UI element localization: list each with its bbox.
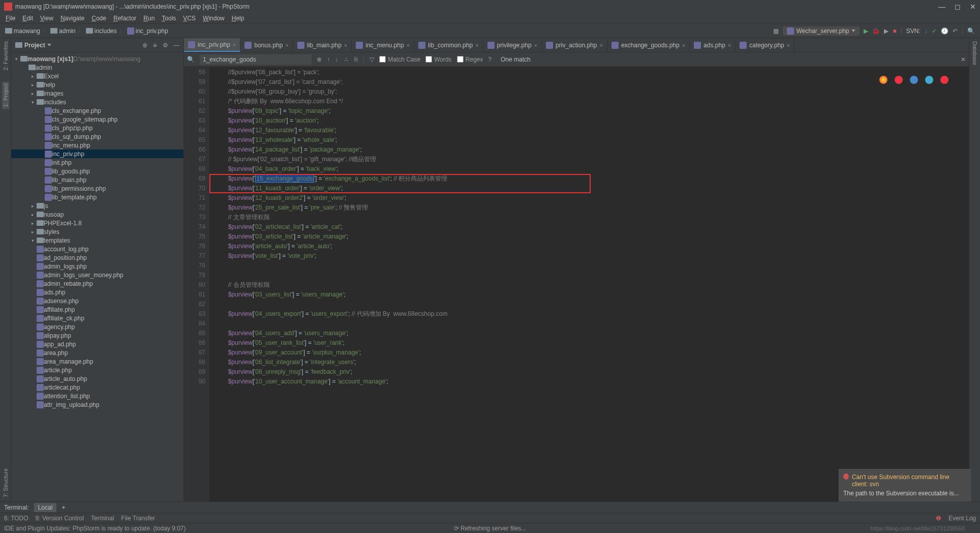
tree-item[interactable]: ▸ PHPExcel-1.8 bbox=[11, 219, 183, 227]
tree-item[interactable]: inc_menu.php bbox=[11, 141, 183, 150]
firefox-icon[interactable] bbox=[895, 76, 903, 84]
tree-item[interactable]: attr_img_upload.php bbox=[11, 400, 183, 409]
run-icon[interactable]: ▶ bbox=[864, 27, 868, 35]
tree-item[interactable]: ads.php bbox=[11, 288, 183, 297]
tree-item[interactable]: affiliate_ck.php bbox=[11, 314, 183, 322]
tree-item[interactable]: adsense.php bbox=[11, 297, 183, 305]
tree-item[interactable]: admin_logs.php bbox=[11, 262, 183, 271]
menu-window[interactable]: Window bbox=[199, 14, 228, 23]
menu-run[interactable]: Run bbox=[140, 14, 158, 23]
tree-item[interactable]: area_manage.php bbox=[11, 357, 183, 366]
tree-item[interactable]: lib_template.php bbox=[11, 193, 183, 201]
tree-item[interactable]: lib_goods.php bbox=[11, 167, 183, 175]
add-terminal-icon[interactable]: + bbox=[62, 504, 65, 511]
code-line-82[interactable] bbox=[215, 300, 969, 309]
minimize-button[interactable]: — bbox=[938, 3, 945, 11]
add-selection-icon[interactable]: ⎘ bbox=[354, 56, 358, 63]
prev-match-icon[interactable]: ↑ bbox=[327, 56, 330, 63]
revert-icon[interactable]: ↶ bbox=[953, 27, 958, 35]
code-line-87[interactable]: $purview['09_user_account'] = 'surplus_m… bbox=[215, 348, 969, 358]
code-line-71[interactable]: $purview['12_kuaidi_order2'] = 'order_vi… bbox=[215, 193, 969, 203]
code-line-76[interactable]: $purview['article_auto'] = 'article_auto… bbox=[215, 242, 969, 251]
code-line-89[interactable]: $purview['08_unreply_msg'] = 'feedback_p… bbox=[215, 367, 969, 377]
code-line-62[interactable]: $purview['09_topic'] = 'topic_manage'; bbox=[215, 106, 969, 116]
tree-item[interactable]: ▸ styles bbox=[11, 227, 183, 236]
code-line-58[interactable]: //$purview['06_pack_list'] = 'pack'; bbox=[215, 68, 969, 77]
close-tab-icon[interactable]: × bbox=[233, 42, 236, 48]
tree-item[interactable]: articlecat.php bbox=[11, 383, 183, 392]
code-line-63[interactable]: $purview['10_auction'] = 'auction'; bbox=[215, 116, 969, 126]
tree-item[interactable]: ▸ images bbox=[11, 89, 183, 98]
tab-bonus.php[interactable]: bonus.php× bbox=[240, 38, 293, 52]
crumb-1[interactable]: admin bbox=[50, 27, 76, 35]
hide-icon[interactable]: — bbox=[173, 42, 179, 49]
tab-privilege.php[interactable]: privilege.php× bbox=[483, 38, 542, 52]
regex-help-icon[interactable]: ? bbox=[488, 56, 492, 63]
file-transfer-tool[interactable]: File Transfer bbox=[121, 515, 155, 522]
tab-inc_menu.php[interactable]: inc_menu.php× bbox=[352, 38, 414, 52]
tree-item[interactable]: admin_logs_user_money.php bbox=[11, 271, 183, 279]
code-line-65[interactable]: $purview['13_wholesale'] = 'whole_sale'; bbox=[215, 135, 969, 145]
code-line-68[interactable]: $purview['04_back_order'] = 'back_view'; bbox=[215, 164, 969, 174]
tree-item[interactable]: lib_permissions.php bbox=[11, 184, 183, 193]
menu-file[interactable]: File bbox=[2, 14, 19, 23]
tree-item[interactable]: admin_rebate.php bbox=[11, 279, 183, 288]
rail-favorites[interactable]: 2: Favorites bbox=[3, 41, 9, 70]
chevron-down-icon[interactable] bbox=[47, 44, 51, 46]
history-icon[interactable]: 🕗 bbox=[941, 27, 948, 35]
code-line-70[interactable]: $purview['11_kuaidi_order'] = 'order_vie… bbox=[215, 184, 969, 193]
opera-icon[interactable] bbox=[940, 76, 948, 84]
tree-item[interactable]: account_log.php bbox=[11, 245, 183, 253]
tab-lib_common.php[interactable]: lib_common.php× bbox=[414, 38, 483, 52]
tree-item[interactable]: ▾ templates bbox=[11, 236, 183, 245]
tree-item[interactable]: lib_main.php bbox=[11, 175, 183, 184]
filter-icon[interactable]: ▽ bbox=[370, 56, 374, 63]
rail-structure[interactable]: 7: Structure bbox=[3, 468, 9, 497]
code-line-64[interactable]: $purview['12_favourable'] = 'favourable'… bbox=[215, 126, 969, 135]
close-tab-icon[interactable]: × bbox=[475, 42, 478, 48]
code-area[interactable]: 5859606162636465666768697071727374757677… bbox=[184, 67, 969, 501]
vcs-tool[interactable]: 9: Version Control bbox=[36, 515, 84, 522]
run-config-selector[interactable]: Wechar_server.php bbox=[783, 26, 860, 36]
code-lines[interactable]: //$purview['06_pack_list'] = 'pack'; //$… bbox=[209, 67, 969, 501]
code-line-60[interactable]: //$purview['08_group_buy'] = 'group_by'; bbox=[215, 87, 969, 97]
close-button[interactable]: ✕ bbox=[970, 3, 976, 11]
close-tab-icon[interactable]: × bbox=[787, 42, 790, 48]
commit-icon[interactable]: ✓ bbox=[932, 27, 937, 35]
close-find-icon[interactable]: ✕ bbox=[961, 56, 966, 63]
terminal-tool[interactable]: Terminal bbox=[91, 515, 114, 522]
rail-database[interactable]: Database bbox=[972, 41, 978, 65]
chrome-icon[interactable] bbox=[879, 76, 887, 84]
tree-item[interactable]: ▸ js bbox=[11, 201, 183, 210]
build-icon[interactable]: ▦ bbox=[773, 27, 779, 35]
code-line-83[interactable]: $purview['04_users_export'] = 'users_exp… bbox=[215, 309, 969, 319]
match-case-checkbox[interactable]: Match Case bbox=[379, 56, 420, 63]
tree-item[interactable]: cls_phpzip.php bbox=[11, 124, 183, 132]
next-match-icon[interactable]: ↓ bbox=[335, 56, 338, 63]
tab-exchange_goods.php[interactable]: exchange_goods.php× bbox=[607, 38, 690, 52]
menu-vcs[interactable]: VCS bbox=[179, 14, 199, 23]
code-line-80[interactable]: // 会员管理权限 bbox=[215, 280, 969, 290]
code-line-61[interactable]: /* 代码删除 By www.68ecshop.com End */ bbox=[215, 97, 969, 106]
code-line-66[interactable]: $purview['14_package_list'] = 'package_m… bbox=[215, 145, 969, 155]
menu-help[interactable]: Help bbox=[228, 14, 248, 23]
tree-item[interactable]: app_ad.php bbox=[11, 340, 183, 348]
menu-edit[interactable]: Edit bbox=[19, 14, 37, 23]
tree-item[interactable]: agency.php bbox=[11, 322, 183, 331]
code-line-69[interactable]: $purview['15_exchange_goods'] = 'exchang… bbox=[215, 174, 969, 184]
tree-item[interactable]: admin bbox=[11, 63, 183, 72]
rail-project[interactable]: 1: Project bbox=[2, 81, 9, 109]
notification[interactable]: Can't use Subversion command line client… bbox=[839, 469, 971, 501]
code-line-67[interactable]: // $purview['02_snatch_list'] = 'gift_ma… bbox=[215, 155, 969, 164]
tree-item[interactable]: ▸ help bbox=[11, 80, 183, 89]
error-badge[interactable]: ❶ bbox=[936, 515, 941, 522]
stop-icon[interactable]: ■ bbox=[893, 27, 896, 35]
select-all-icon[interactable]: ⛬ bbox=[343, 56, 349, 63]
tree-item[interactable]: ▸ nusoap bbox=[11, 210, 183, 219]
code-line-78[interactable] bbox=[215, 261, 969, 271]
code-line-59[interactable]: //$purview['07_card_list'] = 'card_manag… bbox=[215, 77, 969, 87]
find-input[interactable] bbox=[200, 54, 312, 65]
tree-root[interactable]: ▾ maowang [xjs1] D:\wamp\www\maowang bbox=[11, 54, 183, 63]
crumb-0[interactable]: maowang bbox=[5, 27, 40, 35]
safari-icon[interactable] bbox=[910, 76, 918, 84]
